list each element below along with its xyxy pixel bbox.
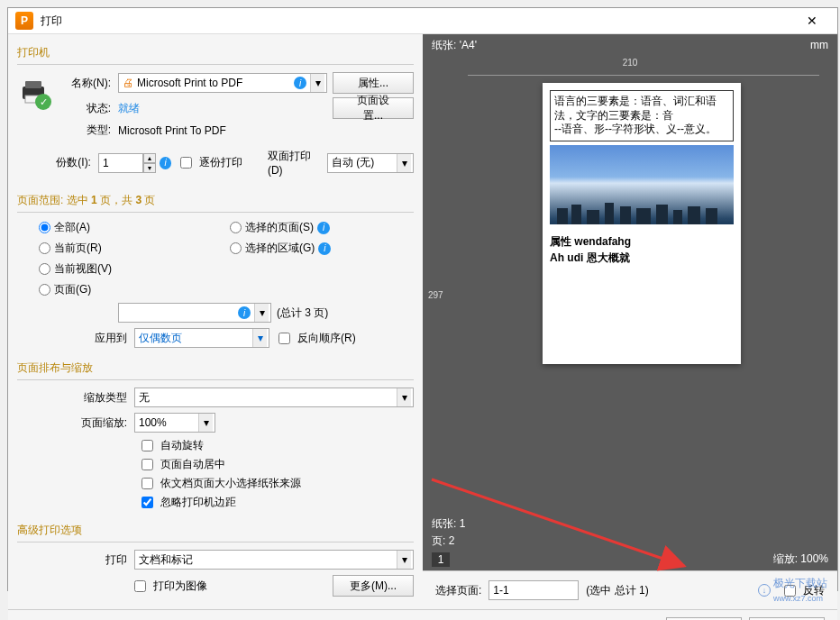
page-scale-combo[interactable]: 100% ▾: [134, 413, 215, 433]
select-page-input[interactable]: [488, 580, 579, 600]
reverse-checkbox[interactable]: 反转: [784, 583, 825, 598]
bottom-controls: 选择页面: (选中 总计 1) 反转: [423, 570, 837, 609]
app-icon: P: [15, 12, 33, 30]
collate-label: 逐份打印: [199, 155, 242, 170]
paper-size-label: 纸张: 'A4': [432, 38, 477, 53]
collate-checkbox[interactable]: 逐份打印: [180, 155, 259, 170]
check-icon: ✓: [35, 94, 51, 110]
range-selected-area-radio[interactable]: 选择的区域(G)i: [230, 241, 410, 256]
page-scale-label: 页面缩放:: [17, 415, 134, 431]
unit-label: mm: [810, 39, 828, 51]
left-panel: 打印机 ✓ 名称(N): 🖨 Microsoft Print to PDF i: [8, 34, 423, 609]
chevron-down-icon: ▾: [310, 74, 324, 92]
more-button[interactable]: 更多(M)...: [333, 575, 414, 597]
info-icon: i: [318, 242, 331, 255]
apply-to-value: 仅偶数页: [139, 331, 182, 346]
svg-rect-1: [25, 81, 41, 88]
paper-header: 纸张: 'A4' mm: [423, 34, 837, 56]
auto-rotate-checkbox[interactable]: 自动旋转: [142, 438, 414, 453]
select-page-label: 选择页面:: [435, 583, 481, 598]
zoom-label: 缩放: 100%: [773, 552, 828, 567]
printer-name-value: Microsoft Print to PDF: [137, 77, 242, 89]
total-pages-label: (总计 3 页): [277, 305, 328, 321]
range-pages-radio[interactable]: 页面(G): [39, 282, 219, 297]
ruler-horizontal: 210: [423, 56, 837, 76]
print-dialog: P 打印 ✕ 打印机 ✓ 名称(N): 🖨: [7, 7, 838, 591]
type-label: 类型:: [60, 123, 118, 138]
status-paper: 纸张: 1: [432, 516, 465, 532]
status-value: 就绪: [118, 101, 140, 116]
copies-label: 份数(I):: [50, 155, 98, 170]
dialog-content: 打印机 ✓ 名称(N): 🖨 Microsoft Print to PDF i: [8, 34, 837, 609]
info-icon: i: [294, 77, 306, 89]
printer-pdf-icon: 🖨: [123, 77, 133, 89]
chevron-down-icon: ▾: [252, 329, 267, 347]
copies-spinbox[interactable]: ▲ ▼: [98, 153, 156, 173]
scale-type-combo[interactable]: 无 ▾: [134, 388, 414, 407]
apply-to-label: 应用到: [17, 331, 134, 346]
by-doc-size-checkbox[interactable]: 依文档页面大小选择纸张来源: [142, 476, 414, 491]
select-total-label: (选中 总计 1): [586, 583, 648, 598]
advanced-section-header: 高级打印选项: [17, 519, 414, 542]
range-current-page-radio[interactable]: 当前页(R): [39, 241, 219, 256]
print-what-combo[interactable]: 文档和标记 ▾: [134, 550, 414, 570]
preview-area: 297 语言的三要素是：语音、词汇和语法，文字的三要素是：音 --语音、形--字…: [423, 76, 837, 513]
status-page: 页: 2: [432, 533, 465, 549]
status-label: 状态:: [60, 101, 118, 116]
info-icon: i: [160, 157, 171, 169]
reverse-order-checkbox[interactable]: 反向顺序(R): [278, 331, 396, 346]
pages-input[interactable]: i ▾: [118, 303, 271, 323]
range-selected-pages-radio[interactable]: 选择的页面(S)i: [230, 220, 410, 235]
range-all-radio[interactable]: 全部(A): [39, 220, 219, 235]
print-as-image-checkbox[interactable]: 打印为图像: [134, 579, 251, 594]
printer-name-label: 名称(N):: [60, 76, 118, 91]
range-section-header: 页面范围: 选中 1 页，共 3 页: [17, 189, 414, 213]
dialog-buttons: 打印 取消(C): [8, 609, 837, 620]
ruler-vertical: 297: [423, 76, 450, 513]
scaling-section-header: 页面排布与缩放: [17, 357, 414, 380]
duplex-label: 双面打印(D): [268, 149, 324, 177]
chevron-down-icon: ▾: [397, 551, 411, 569]
chevron-down-icon: ▾: [397, 154, 411, 172]
info-icon: i: [317, 222, 330, 234]
duplex-value: 自动 (无): [332, 155, 374, 170]
close-button[interactable]: ✕: [794, 8, 830, 33]
titlebar: P 打印 ✕: [8, 8, 837, 34]
auto-center-checkbox[interactable]: 页面自动居中: [142, 457, 414, 472]
duplex-combo[interactable]: 自动 (无) ▾: [327, 153, 414, 173]
doc-image: [550, 145, 734, 224]
spin-up-icon[interactable]: ▲: [143, 153, 156, 163]
scale-type-label: 缩放类型: [17, 390, 134, 406]
copies-input[interactable]: [98, 153, 143, 173]
ignore-margins-checkbox[interactable]: 忽略打印机边距: [142, 495, 414, 510]
window-title: 打印: [41, 14, 794, 29]
print-what-label: 打印: [17, 552, 134, 568]
spin-down-icon[interactable]: ▼: [143, 163, 156, 173]
apply-to-combo[interactable]: 仅偶数页 ▾: [134, 328, 269, 348]
chevron-down-icon: ▾: [397, 388, 411, 406]
info-icon: i: [238, 306, 251, 319]
type-value: Microsoft Print To PDF: [118, 124, 226, 137]
doc-textbox: 语言的三要素是：语音、词汇和语法，文字的三要素是：音 --语音、形--字符形状、…: [550, 90, 734, 141]
paper-preview[interactable]: 语言的三要素是：语音、词汇和语法，文字的三要素是：音 --语音、形--字符形状、…: [450, 76, 837, 513]
range-current-view-radio[interactable]: 当前视图(V): [39, 261, 219, 277]
doc-content: 属性 wendafahg Ah udi 恩大概就: [550, 233, 734, 266]
chevron-down-icon: ▾: [198, 414, 213, 432]
chevron-down-icon: ▾: [254, 304, 269, 322]
page-setup-button[interactable]: 页面设置...: [333, 97, 414, 119]
printer-section-header: 打印机: [17, 41, 414, 65]
status-tab[interactable]: 1: [432, 552, 450, 567]
printer-icon: ✓: [17, 76, 50, 108]
preview-panel: 纸张: 'A4' mm 210 297 语言的三要素是：语音、词汇和语法，文字的…: [423, 34, 837, 609]
paper: 语言的三要素是：语音、词汇和语法，文字的三要素是：音 --语音、形--字符形状、…: [543, 83, 741, 364]
printer-name-combo[interactable]: 🖨 Microsoft Print to PDF i ▾: [118, 73, 327, 93]
preview-status-bar: 纸张: 1 页: 2 1 缩放: 100%: [423, 513, 837, 570]
properties-button[interactable]: 属性...: [333, 72, 414, 94]
